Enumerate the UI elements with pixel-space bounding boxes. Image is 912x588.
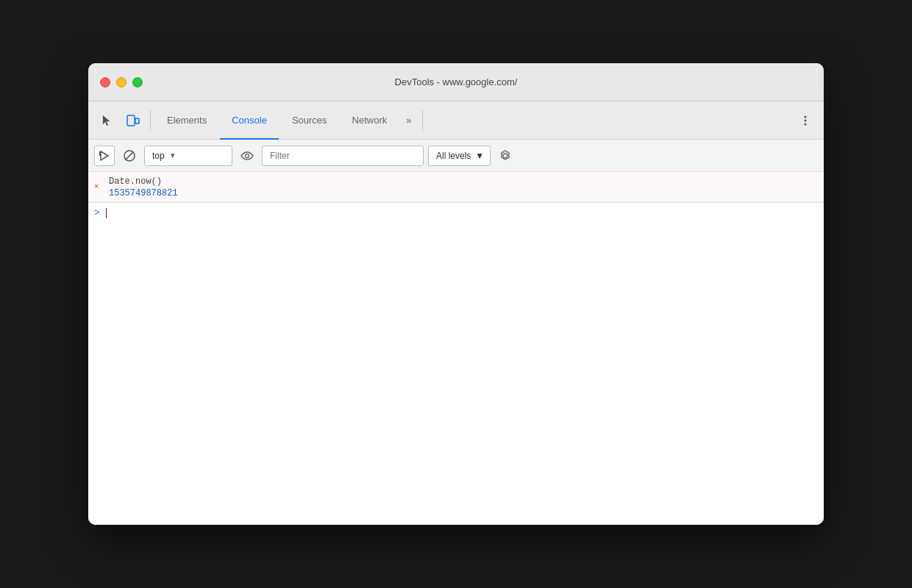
svg-line-9 bbox=[126, 151, 134, 159]
svg-point-10 bbox=[246, 154, 249, 157]
tab-more[interactable]: » bbox=[400, 101, 417, 140]
console-cursor bbox=[106, 208, 107, 218]
tab-network[interactable]: Network bbox=[341, 101, 399, 140]
three-dots-icon bbox=[799, 114, 812, 127]
main-toolbar: Elements Console Sources Network » bbox=[88, 101, 824, 140]
window-title: DevTools - www.google.com/ bbox=[395, 76, 518, 87]
tab-elements[interactable]: Elements bbox=[155, 101, 218, 140]
levels-arrow-icon: ▼ bbox=[475, 151, 484, 161]
block-icon bbox=[123, 149, 136, 162]
console-toolbar: top ▼ All levels ▼ bbox=[88, 140, 824, 172]
tab-sources[interactable]: Sources bbox=[280, 101, 339, 140]
run-icon bbox=[99, 150, 110, 162]
devtools-window: DevTools - www.google.com/ Elements Cons… bbox=[88, 63, 824, 525]
eye-icon bbox=[240, 150, 254, 162]
svg-point-2 bbox=[805, 115, 807, 118]
gear-icon bbox=[499, 149, 512, 162]
log-levels-selector[interactable]: All levels ▼ bbox=[428, 146, 491, 166]
console-result-text: 1535749878821 bbox=[109, 188, 818, 198]
cursor-icon bbox=[100, 114, 113, 127]
svg-point-3 bbox=[805, 119, 807, 121]
svg-marker-5 bbox=[101, 151, 108, 160]
console-prompt: > bbox=[94, 207, 100, 218]
filter-input[interactable] bbox=[262, 146, 424, 166]
context-arrow-icon: ▼ bbox=[169, 151, 177, 159]
close-button[interactable] bbox=[100, 77, 110, 87]
tab-console[interactable]: Console bbox=[220, 101, 279, 140]
console-input-row[interactable]: > bbox=[88, 202, 824, 223]
more-options-button[interactable] bbox=[793, 108, 818, 133]
traffic-lights bbox=[100, 77, 143, 87]
context-selector[interactable]: top ▼ bbox=[144, 146, 232, 166]
maximize-button[interactable] bbox=[132, 77, 143, 87]
clear-console-button[interactable] bbox=[119, 146, 140, 166]
minimize-button[interactable] bbox=[116, 77, 127, 87]
console-content: × Date.now() 1535749878821 > bbox=[88, 172, 824, 525]
svg-rect-0 bbox=[127, 115, 135, 126]
live-expression-button[interactable] bbox=[237, 146, 257, 166]
error-icon: × bbox=[94, 182, 99, 191]
console-command-text: Date.now() bbox=[109, 175, 818, 188]
toolbar-separator bbox=[150, 110, 151, 131]
console-entry: × Date.now() 1535749878821 bbox=[88, 172, 824, 202]
toolbar-separator-2 bbox=[422, 110, 423, 131]
device-icon bbox=[126, 113, 140, 128]
execute-context-button[interactable] bbox=[94, 146, 115, 166]
title-bar: DevTools - www.google.com/ bbox=[88, 63, 824, 101]
inspect-element-button[interactable] bbox=[94, 108, 119, 133]
device-toggle-button[interactable] bbox=[121, 108, 146, 133]
settings-button[interactable] bbox=[495, 146, 516, 166]
svg-rect-1 bbox=[135, 118, 139, 123]
svg-point-4 bbox=[805, 123, 807, 125]
